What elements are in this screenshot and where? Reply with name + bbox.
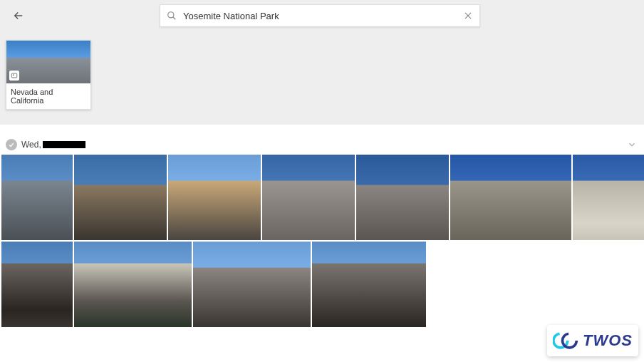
album-type-badge bbox=[9, 71, 19, 81]
photo-thumbnail[interactable] bbox=[312, 242, 426, 327]
search-icon bbox=[160, 11, 183, 21]
svg-line-1 bbox=[173, 17, 176, 20]
photo-row bbox=[1, 242, 643, 327]
clear-search-button[interactable] bbox=[457, 11, 479, 21]
watermark-logo-icon bbox=[553, 328, 578, 353]
svg-rect-4 bbox=[11, 73, 17, 78]
search-bar[interactable]: Yosemite National Park bbox=[160, 4, 480, 27]
date-redacted bbox=[43, 141, 85, 148]
date-group-header: Wed, bbox=[0, 125, 644, 155]
select-day-checkbox[interactable] bbox=[6, 139, 17, 150]
album-icon bbox=[11, 72, 18, 79]
date-day-prefix: Wed, bbox=[21, 140, 41, 150]
collapse-day-button[interactable] bbox=[627, 140, 637, 150]
album-thumbnail bbox=[6, 41, 90, 83]
chevron-down-icon bbox=[627, 140, 637, 150]
photo-thumbnail[interactable] bbox=[1, 242, 73, 327]
svg-point-5 bbox=[13, 74, 14, 76]
photo-thumbnail[interactable] bbox=[573, 155, 644, 240]
arrow-left-icon bbox=[12, 9, 25, 22]
photo-thumbnail[interactable] bbox=[193, 242, 311, 327]
search-query-text[interactable]: Yosemite National Park bbox=[183, 11, 457, 21]
photo-thumbnail[interactable] bbox=[262, 155, 355, 240]
photo-thumbnail[interactable] bbox=[74, 242, 192, 327]
watermark-text: TWOS bbox=[583, 331, 633, 350]
photo-grid bbox=[0, 155, 644, 327]
header-row: Yosemite National Park bbox=[0, 0, 644, 29]
back-button[interactable] bbox=[6, 3, 31, 29]
photo-row bbox=[1, 155, 643, 240]
photo-thumbnail[interactable] bbox=[356, 155, 449, 240]
watermark-overlay: TWOS bbox=[547, 325, 638, 356]
photo-thumbnail[interactable] bbox=[168, 155, 261, 240]
photo-results: Wed, bbox=[0, 125, 644, 327]
svg-point-0 bbox=[168, 12, 174, 18]
svg-point-7 bbox=[563, 333, 577, 348]
photo-thumbnail[interactable] bbox=[1, 155, 73, 240]
album-title: Nevada and California bbox=[6, 83, 90, 109]
checkmark-icon bbox=[8, 141, 15, 148]
search-header-region: Yosemite National Park Nevada and Califo… bbox=[0, 0, 644, 125]
close-icon bbox=[463, 11, 473, 21]
album-card-nevada-california[interactable]: Nevada and California bbox=[6, 40, 91, 110]
photo-thumbnail[interactable] bbox=[74, 155, 167, 240]
photo-thumbnail[interactable] bbox=[450, 155, 571, 240]
